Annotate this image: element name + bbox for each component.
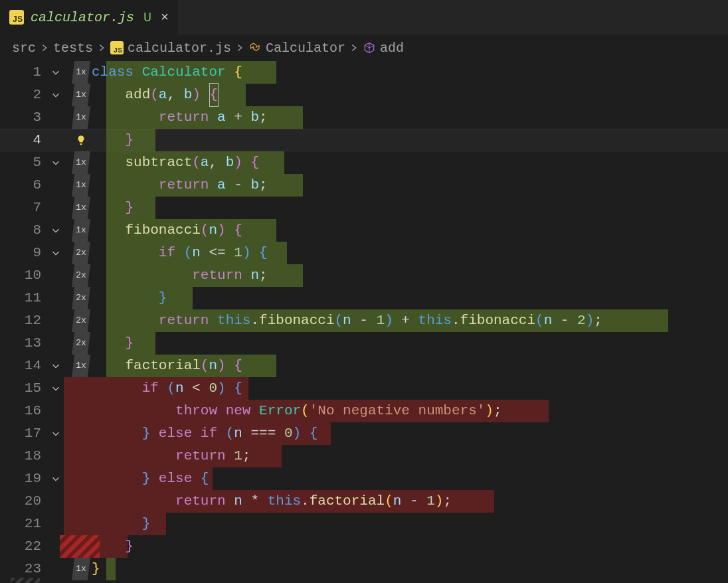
code-line[interactable]: 21 }	[0, 513, 728, 535]
coverage-count-badge: 2x	[72, 242, 90, 264]
breadcrumb-item[interactable]: tests	[53, 41, 93, 56]
code-content[interactable]: }	[92, 287, 728, 309]
breadcrumb-item[interactable]: src	[12, 41, 36, 56]
code-line[interactable]: 231x}	[0, 558, 728, 580]
code-line[interactable]: 122x return this.fibonacci(n - 1) + this…	[0, 309, 728, 332]
code-content[interactable]: }	[92, 558, 728, 580]
code-line[interactable]: 11xclass Calculator {	[0, 61, 728, 84]
line-number: 9	[0, 242, 48, 264]
code-line[interactable]: 132x }	[0, 332, 728, 355]
code-line[interactable]: 16 throw new Error('No negative numbers'…	[0, 400, 728, 422]
fold-toggle	[48, 445, 64, 467]
fold-toggle[interactable]	[48, 84, 64, 106]
code-content[interactable]: }	[92, 535, 728, 558]
code-content[interactable]: subtract(a, b) {	[92, 151, 728, 174]
coverage-count-badge	[72, 400, 90, 422]
line-number: 14	[0, 355, 48, 377]
code-content[interactable]: }	[92, 513, 728, 535]
code-line[interactable]: 15 if (n < 0) {	[0, 377, 728, 400]
line-number: 1	[0, 61, 48, 84]
code-content[interactable]: return n;	[92, 264, 728, 287]
fold-toggle	[48, 332, 64, 355]
code-content[interactable]: if (n < 0) {	[92, 377, 728, 400]
code-content[interactable]: } else if (n === 0) {	[92, 422, 728, 445]
code-line[interactable]: 22 }	[0, 535, 728, 558]
code-line[interactable]: 17 } else if (n === 0) {	[0, 422, 728, 445]
fold-toggle	[48, 558, 64, 580]
code-content[interactable]: }	[92, 197, 728, 219]
code-line[interactable]: 19 } else {	[0, 467, 728, 490]
code-line[interactable]: 18 return 1;	[0, 445, 728, 467]
js-file-icon: JS	[9, 10, 24, 25]
fold-toggle[interactable]	[48, 242, 64, 264]
code-content[interactable]: }	[92, 129, 728, 151]
coverage-count-badge: 1x	[72, 355, 90, 377]
coverage-count-badge	[72, 377, 90, 400]
editor-tab[interactable]: JS calculator.js U ×	[0, 0, 179, 35]
line-number: 21	[0, 513, 48, 535]
fold-toggle	[48, 106, 64, 129]
code-editor[interactable]: 11xclass Calculator {21x add(a, b) {31x …	[0, 61, 728, 580]
coverage-count-badge: 2x	[72, 332, 90, 355]
line-number: 15	[0, 377, 48, 400]
code-content[interactable]: throw new Error('No negative numbers');	[92, 400, 728, 422]
code-content[interactable]: add(a, b) {	[92, 84, 728, 106]
coverage-count-badge: 2x	[72, 264, 90, 287]
js-file-icon: JS	[110, 41, 124, 54]
vscode-editor: { "tab": { "filename": "calculator.js", …	[0, 0, 728, 583]
class-symbol-icon	[248, 41, 262, 54]
fold-toggle[interactable]	[48, 151, 64, 174]
code-line[interactable]: 61x return a - b;	[0, 174, 728, 197]
code-line[interactable]: 4 }	[0, 129, 728, 151]
code-line[interactable]: 71x }	[0, 197, 728, 219]
lightbulb-icon[interactable]	[72, 129, 90, 151]
tab-close-icon[interactable]: ×	[161, 10, 169, 25]
coverage-count-badge: 1x	[72, 61, 90, 84]
code-line[interactable]: 92x if (n <= 1) {	[0, 242, 728, 264]
fold-toggle	[48, 129, 64, 151]
line-number: 19	[0, 467, 48, 490]
fold-toggle[interactable]	[48, 61, 64, 84]
line-number: 13	[0, 332, 48, 355]
code-line[interactable]: 81x fibonacci(n) {	[0, 219, 728, 242]
code-content[interactable]: return n * this.factorial(n - 1);	[92, 490, 728, 513]
fold-toggle[interactable]	[48, 422, 64, 445]
code-content[interactable]: return a - b;	[92, 174, 728, 197]
code-content[interactable]: return 1;	[92, 445, 728, 467]
code-line[interactable]: 21x add(a, b) {	[0, 84, 728, 106]
code-content[interactable]: }	[92, 332, 728, 355]
breadcrumb-item[interactable]: Calculator	[266, 41, 345, 56]
code-content[interactable]: factorial(n) {	[92, 355, 728, 377]
code-content[interactable]: return this.fibonacci(n - 1) + this.fibo…	[92, 309, 728, 332]
fold-toggle	[48, 287, 64, 309]
fold-toggle[interactable]	[48, 467, 64, 490]
code-line[interactable]: 141x factorial(n) {	[0, 355, 728, 377]
line-number: 11	[0, 287, 48, 309]
line-number: 20	[0, 490, 48, 513]
line-number: 6	[0, 174, 48, 197]
breadcrumb-item[interactable]: add	[380, 41, 404, 56]
code-content[interactable]: } else {	[92, 467, 728, 490]
code-content[interactable]: fibonacci(n) {	[92, 219, 728, 242]
breadcrumb-item[interactable]: calculator.js	[128, 41, 231, 56]
coverage-count-badge	[72, 422, 90, 445]
code-line[interactable]: 51x subtract(a, b) {	[0, 151, 728, 174]
code-content[interactable]: class Calculator {	[92, 61, 728, 84]
line-number: 3	[0, 106, 48, 129]
code-line[interactable]: 20 return n * this.factorial(n - 1);	[0, 490, 728, 513]
coverage-count-badge	[72, 535, 90, 558]
line-number: 22	[0, 535, 48, 558]
fold-toggle[interactable]	[48, 219, 64, 242]
code-content[interactable]: if (n <= 1) {	[92, 242, 728, 264]
code-line[interactable]: 31x return a + b;	[0, 106, 728, 129]
line-number: 23	[0, 558, 48, 580]
coverage-count-badge: 1x	[72, 151, 90, 174]
code-content[interactable]: return a + b;	[92, 106, 728, 129]
code-line[interactable]: 102x return n;	[0, 264, 728, 287]
fold-toggle[interactable]	[48, 355, 64, 377]
code-line[interactable]: 112x }	[0, 287, 728, 309]
coverage-count-badge	[72, 467, 90, 490]
line-number: 5	[0, 151, 48, 174]
fold-toggle[interactable]	[48, 377, 64, 400]
fold-toggle	[48, 400, 64, 422]
